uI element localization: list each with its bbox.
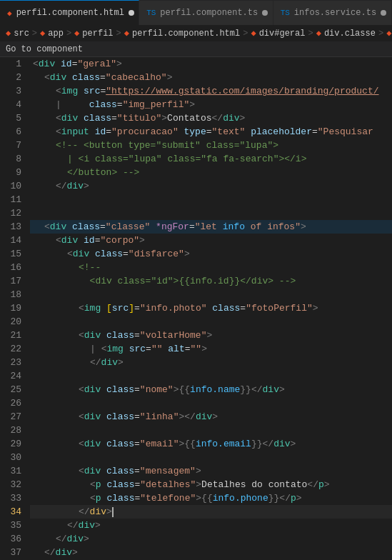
ln-30: 30 — [6, 451, 21, 464]
code-line-3: <img src="https://www.gstatic.com/images… — [30, 84, 392, 98]
modified-dot-2 — [262, 10, 268, 16]
tab-perfil-ts[interactable]: TS perfil.component.ts — [139, 0, 273, 25]
sep6: > — [378, 29, 383, 39]
breadcrumb-file-icon: ◆ — [124, 28, 129, 39]
sep1: > — [32, 29, 37, 39]
code-editor[interactable]: 1 2 3 4 5 6 7 8 9 10 11 12 13 14 15 16 1… — [0, 57, 392, 556]
breadcrumb-app[interactable]: app — [48, 29, 64, 39]
goto-component-bar[interactable]: Go to component — [0, 42, 392, 57]
code-line-15: <div class="disfarce"> — [30, 247, 392, 261]
ln-24: 24 — [6, 369, 21, 383]
modified-dot-3 — [381, 10, 386, 16]
code-line-29: <div class="email">{{info.email}}</div> — [30, 437, 392, 451]
breadcrumb-divgeral[interactable]: div#geral — [259, 29, 306, 39]
code-content[interactable]: <div id="geral"> <div class="cabecalho">… — [27, 57, 392, 556]
code-line-33: <p class="telefone">{{info.phone}}</p> — [30, 491, 392, 505]
code-line-24 — [30, 369, 392, 383]
code-line-28 — [30, 424, 392, 437]
ln-15: 15 — [6, 247, 21, 261]
ln-11: 11 — [6, 193, 21, 206]
breadcrumb-file[interactable]: perfil.component.html — [132, 29, 240, 39]
breadcrumb-src[interactable]: src — [14, 29, 29, 39]
ln-21: 21 — [6, 329, 21, 342]
ln-25: 25 — [6, 383, 21, 396]
breadcrumb-perfil[interactable]: perfil — [82, 29, 113, 39]
ln-6: 6 — [6, 125, 21, 139]
ln-27: 27 — [6, 410, 21, 424]
modified-dot-1 — [129, 10, 134, 16]
ln-23: 23 — [6, 356, 21, 369]
tab-label-2: perfil.component.ts — [160, 8, 258, 18]
ln-18: 18 — [6, 288, 21, 301]
tab-infos-service[interactable]: TS infos.service.ts — [273, 0, 392, 25]
ln-10: 10 — [6, 179, 21, 193]
code-line-17: <div class="id">{{info.id}}</div> --> — [30, 274, 392, 288]
ln-3: 3 — [6, 84, 21, 98]
code-line-25: <div class="nome">{{info.name}}</div> — [30, 383, 392, 396]
ts-icon-2: TS — [281, 9, 290, 17]
code-line-8: | <i class="lupa" class="fa fa-search"><… — [30, 152, 392, 166]
ln-32: 32 — [6, 478, 21, 491]
code-line-5: <div class="titulo">Contatos</div> — [30, 111, 392, 125]
code-line-23: </div> — [30, 356, 392, 369]
code-line-19: <img [src]="info.photo" class="fotoPerfi… — [30, 301, 392, 315]
ln-16: 16 — [6, 261, 21, 274]
ln-34: 34 — [6, 505, 21, 519]
ts-icon-1: TS — [146, 9, 156, 17]
breadcrumb-divclasse[interactable]: div.classe — [324, 29, 376, 39]
code-line-6: <input id="procuracao" type="text" place… — [30, 125, 392, 139]
breadcrumb-perfil-icon: ◆ — [74, 28, 79, 39]
ln-37: 37 — [6, 546, 21, 556]
code-line-2: <div class="cabecalho"> — [30, 71, 392, 84]
code-line-22: | <img src="" alt=""> — [30, 342, 392, 356]
ln-9: 9 — [6, 166, 21, 179]
code-line-12 — [30, 206, 392, 220]
tab-bar: ◆ perfil.component.html TS perfil.compon… — [0, 0, 392, 25]
code-line-32: <p class="detalhes">Detalhes do contato<… — [30, 478, 392, 491]
code-line-7: <!-- <button type="submit" class="lupa"> — [30, 139, 392, 152]
breadcrumb-src-icon: ◆ — [6, 28, 11, 39]
ln-2: 2 — [6, 71, 21, 84]
sep2: > — [66, 29, 71, 39]
code-line-10: </div> — [30, 179, 392, 193]
code-line-1: <div id="geral"> — [30, 57, 392, 71]
code-line-20 — [30, 315, 392, 329]
code-line-27: <div class="linha"></div> — [30, 410, 392, 424]
code-line-35: </div> — [30, 519, 392, 532]
code-line-36: </div> — [30, 532, 392, 546]
breadcrumb-divclasse-icon: ◆ — [316, 28, 321, 39]
ln-28: 28 — [6, 424, 21, 437]
ln-29: 29 — [6, 437, 21, 451]
ln-33: 33 — [6, 491, 21, 505]
code-line-30 — [30, 451, 392, 464]
breadcrumb-app-icon: ◆ — [40, 28, 45, 39]
code-line-18 — [30, 288, 392, 301]
code-line-11 — [30, 193, 392, 206]
line-numbers: 1 2 3 4 5 6 7 8 9 10 11 12 13 14 15 16 1… — [0, 57, 27, 556]
ln-19: 19 — [6, 301, 21, 315]
ln-17: 17 — [6, 274, 21, 288]
breadcrumb: ◆ src > ◆ app > ◆ perfil > ◆ perfil.comp… — [0, 25, 392, 42]
sep4: > — [243, 29, 248, 39]
code-line-34: </div> — [30, 505, 392, 519]
tab-perfil-html[interactable]: ◆ perfil.component.html — [0, 0, 139, 25]
ln-36: 36 — [6, 532, 21, 546]
ln-26: 26 — [6, 396, 21, 410]
html-icon: ◆ — [7, 9, 12, 18]
ln-4: 4 — [6, 98, 21, 111]
tab-label-3: infos.service.ts — [294, 8, 376, 18]
ln-22: 22 — [6, 342, 21, 356]
ln-12: 12 — [6, 206, 21, 220]
ln-14: 14 — [6, 234, 21, 247]
code-line-31: <div class="mensagem"> — [30, 464, 392, 478]
goto-component-label: Go to component — [6, 44, 83, 54]
tab-label-1: perfil.component.html — [16, 8, 124, 18]
ln-7: 7 — [6, 139, 21, 152]
ln-35: 35 — [6, 519, 21, 532]
ln-31: 31 — [6, 464, 21, 478]
code-line-37: </div> — [30, 546, 392, 556]
code-line-21: <div class="voltarHome"> — [30, 329, 392, 342]
breadcrumb-divcorpo-icon: ◆ — [386, 28, 391, 39]
ln-5: 5 — [6, 111, 21, 125]
ln-8: 8 — [6, 152, 21, 166]
